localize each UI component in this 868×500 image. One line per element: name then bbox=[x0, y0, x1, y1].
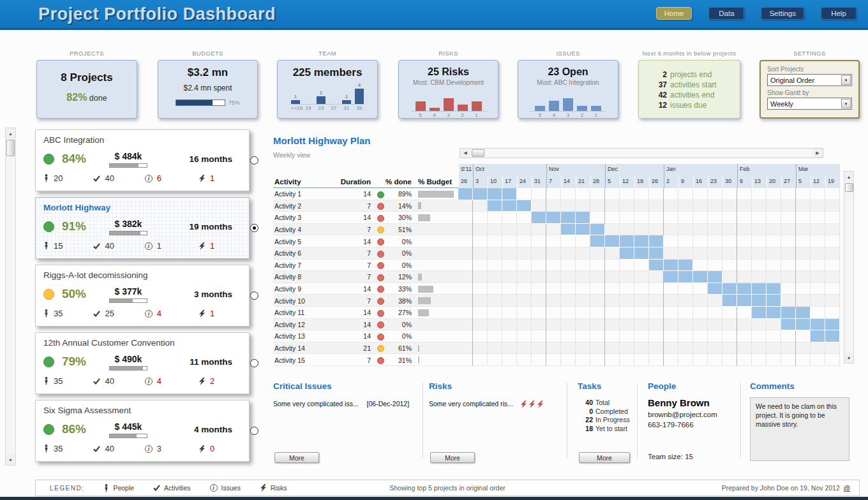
month-s11: S'11 bbox=[458, 164, 473, 176]
project-radio-1[interactable] bbox=[250, 156, 258, 165]
gantt-cell bbox=[737, 235, 752, 247]
gantt-cell bbox=[458, 200, 473, 212]
scrollbar-thumb[interactable] bbox=[845, 183, 853, 192]
activity-status bbox=[371, 200, 390, 212]
scroll-up-icon[interactable]: ▲ bbox=[6, 128, 15, 138]
mini-bar bbox=[591, 106, 601, 111]
show-gantt-select[interactable]: Weekly ▼ bbox=[767, 98, 852, 110]
chevron-down-icon[interactable]: ▼ bbox=[841, 99, 851, 108]
scrollbar-thumb[interactable] bbox=[6, 140, 15, 156]
scroll-left-icon[interactable]: ◀ bbox=[460, 149, 470, 158]
gantt-cell bbox=[546, 283, 561, 295]
gantt-cell bbox=[458, 330, 473, 342]
activity-duration: 14 bbox=[335, 332, 371, 340]
gantt-cell bbox=[620, 271, 634, 283]
gantt-cell bbox=[767, 235, 781, 247]
nav-settings-button[interactable]: Settings bbox=[761, 7, 804, 20]
gantt-cell bbox=[693, 247, 708, 260]
gantt-cell bbox=[634, 319, 649, 331]
sort-projects-select[interactable]: Original Order ▼ bbox=[767, 74, 852, 86]
gantt-cell bbox=[458, 342, 473, 355]
activity-name: Activity 11 bbox=[273, 309, 335, 316]
kpi-projects-caption: PROJECTS bbox=[36, 50, 137, 57]
legend-label: LEGEND: bbox=[50, 485, 84, 492]
scroll-right-icon[interactable]: ▶ bbox=[812, 149, 823, 158]
gantt-cell bbox=[752, 200, 767, 212]
gantt-cell bbox=[796, 235, 811, 247]
chevron-down-icon[interactable]: ▼ bbox=[841, 75, 851, 85]
activity-name: Activity 9 bbox=[273, 285, 335, 293]
gantt-cell bbox=[576, 354, 590, 366]
critical-issue-item: Some very complicated iss... [06-Dec-201… bbox=[273, 400, 419, 408]
gantt-cell bbox=[825, 260, 840, 272]
gantt-cell bbox=[473, 307, 488, 319]
project-radio-3[interactable] bbox=[250, 291, 258, 300]
more-tasks-button[interactable]: More bbox=[579, 452, 630, 463]
gantt-cell bbox=[664, 354, 678, 366]
gantt-bar-cell bbox=[620, 235, 634, 247]
gantt-cell bbox=[590, 260, 605, 272]
kpi-team-title: 225 members bbox=[278, 66, 377, 79]
project-list-scrollbar[interactable]: ▲ ▼ bbox=[5, 128, 16, 466]
activity-duration: 7 bbox=[335, 202, 371, 210]
bar-group bbox=[549, 101, 559, 111]
more-risks-button[interactable]: More bbox=[430, 452, 475, 463]
project-card-4[interactable]: 12th Annual Customer Convention79%$ 490k… bbox=[35, 332, 250, 394]
project-radio-2[interactable] bbox=[250, 224, 258, 232]
status-dot bbox=[377, 203, 384, 210]
mini-bar bbox=[444, 98, 454, 111]
project-radio-4[interactable] bbox=[250, 359, 258, 367]
gantt-cell bbox=[737, 260, 752, 272]
kpi-risks-most: Most: CBM Development bbox=[399, 79, 498, 86]
gantt-cell bbox=[649, 354, 664, 366]
gantt-cell bbox=[796, 188, 811, 200]
more-issues-button[interactable]: More bbox=[274, 452, 319, 463]
project-stats: 2040i61 bbox=[43, 173, 241, 183]
activity-done: 38% bbox=[390, 297, 412, 305]
email-icon[interactable]: @ bbox=[844, 484, 850, 492]
gantt-row-10: Activity 10738% bbox=[273, 295, 840, 307]
project-card-1[interactable]: ABC Integration84%$ 484k16 months2040i61 bbox=[35, 129, 250, 191]
scrollbar-thumb[interactable] bbox=[472, 149, 484, 157]
legend-items: PeopleActivitiesiIssuesRisks bbox=[84, 484, 287, 492]
gantt-cell bbox=[634, 307, 649, 319]
gantt-cell bbox=[532, 330, 546, 342]
kpi-next6-card: 2projects end37activities start42activit… bbox=[638, 60, 740, 119]
risks-count: 2 bbox=[210, 376, 214, 386]
bar-group: 1 bbox=[342, 94, 351, 104]
gantt-cell bbox=[693, 188, 708, 200]
kpi-next6-caption: Next 6 monhts in below projects bbox=[638, 50, 740, 57]
gantt-bar-cell bbox=[517, 200, 532, 212]
mini-bar bbox=[563, 98, 573, 111]
nav-home-button[interactable]: Home bbox=[656, 7, 692, 20]
nav-help-button[interactable]: Help bbox=[821, 7, 857, 20]
gantt-cell bbox=[576, 342, 590, 355]
gantt-cell bbox=[825, 247, 840, 260]
gantt-cell bbox=[502, 319, 517, 331]
gantt-vscrollbar[interactable]: ▲ ▼ bbox=[844, 171, 854, 364]
gantt-bar-cell bbox=[561, 224, 576, 236]
mini-bar bbox=[355, 89, 364, 104]
project-card-2[interactable]: Morlott Highway91%$ 382k19 months1540i11 bbox=[35, 197, 250, 259]
scroll-down-icon[interactable]: ▼ bbox=[844, 353, 853, 363]
gantt-hscrollbar[interactable]: ◀ ▶ bbox=[460, 148, 823, 158]
gantt-cell bbox=[517, 271, 532, 283]
scroll-up-icon[interactable]: ▲ bbox=[844, 172, 853, 182]
project-card-3[interactable]: Riggs-A-lot decomissioning50%$ 377k3 mon… bbox=[35, 265, 250, 327]
kpi-projects-percent: 82% bbox=[66, 92, 87, 103]
project-card-5[interactable]: Six Sigma Assessment86%$ 445k4 months354… bbox=[35, 400, 250, 462]
gantt-cell bbox=[620, 200, 634, 212]
mini-bar bbox=[291, 100, 300, 104]
legend-item-label: People bbox=[113, 484, 134, 492]
bar-group bbox=[591, 106, 601, 111]
project-radio-5[interactable] bbox=[250, 427, 258, 435]
gantt-cell bbox=[546, 307, 561, 319]
gantt-cell bbox=[620, 295, 634, 307]
status-dot bbox=[377, 262, 384, 269]
nav-data-button[interactable]: Data bbox=[708, 7, 744, 20]
gantt-bar-cell bbox=[664, 260, 678, 272]
gantt-cell bbox=[532, 307, 546, 319]
scroll-down-icon[interactable]: ▼ bbox=[6, 455, 15, 465]
check-icon bbox=[93, 243, 100, 249]
activity-done: 51% bbox=[390, 226, 412, 233]
